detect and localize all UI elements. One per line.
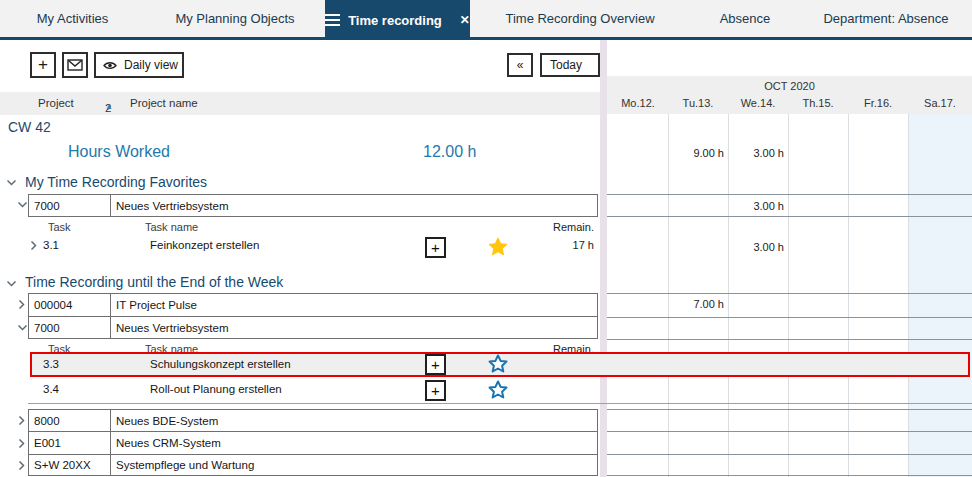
grid-hline [607,293,972,294]
task-name: Roll-out Planung erstellen [150,383,282,395]
grid-hline [607,194,972,195]
weekend-column [908,114,972,477]
tab-label: My Planning Objects [175,11,294,26]
project-code-cell[interactable]: 7000 [28,316,111,339]
add-time-entry-button[interactable]: + [425,380,446,401]
project-code-cell[interactable]: S+W 20XX [28,454,111,476]
menu-icon[interactable] [325,14,340,26]
day-header-tu: Tu.13. [668,97,728,109]
grid-hline [607,317,972,318]
project-name-cell[interactable]: IT Project Pulse [110,293,598,317]
grid-hline [607,339,972,340]
mail-button[interactable] [62,52,88,78]
sort-asc-icon: ▲ [105,102,113,111]
project-name-cell[interactable]: Neues CRM-System [110,431,598,455]
day-header-mo: Mo.12. [608,97,668,109]
favorite-star-outline-icon[interactable] [487,379,509,401]
tab-time-recording-overview[interactable]: Time Recording Overview [470,0,690,37]
project-name-cell[interactable]: Neues BDE-System [110,409,598,432]
collapse-section-icon[interactable] [6,280,17,287]
tab-label: Time recording [348,13,442,28]
tab-label: Absence [720,11,771,26]
add-time-entry-button[interactable]: + [425,354,446,375]
project-code-cell[interactable]: E001 [28,431,111,455]
grid-vline [788,114,789,477]
hours-worked-label: Hours Worked [68,143,170,161]
expand-project-icon[interactable] [18,299,25,310]
hours-worked-tu: 9.00 h [668,147,724,159]
section-title-until-eow: Time Recording until the End of the Week [25,274,283,290]
add-time-entry-button[interactable]: + [425,237,446,258]
today-button[interactable]: Today [540,53,600,77]
eye-icon [103,61,117,70]
month-label: OCT 2020 [607,80,972,92]
hours-worked-total: 12.00 h [423,143,476,161]
expand-task-icon[interactable] [30,240,37,251]
tab-label: Time Recording Overview [505,11,654,26]
day-header-th: Th.15. [788,97,848,109]
grid-vline [908,114,909,477]
task-remaining-hours: 17 h [520,239,594,251]
column-task-name: Task name [145,221,198,233]
task-id: 3.3 [43,358,59,370]
favorite-star-outline-icon[interactable] [487,353,509,375]
add-row-button[interactable]: + [30,52,56,78]
row-separator [28,403,972,404]
envelope-icon [67,59,83,71]
grid-hline [607,216,972,217]
project-day-hours: 3.00 h [728,200,784,212]
project-code-cell[interactable]: 8000 [28,409,111,432]
grid-hline [607,475,972,476]
tab-underline [0,37,972,40]
section-title-favorites: My Time Recording Favorites [25,174,207,190]
collapse-section-icon[interactable] [6,179,17,186]
tab-time-recording[interactable]: Time recording ✕ [325,0,470,40]
grid-column-header: Project 2▲ Project name [0,92,600,115]
project-name-cell[interactable]: Neues Vertriebsystem [110,316,598,339]
project-code-cell[interactable]: 000004 [28,293,111,317]
grid-vline [668,114,669,477]
tab-department-absence[interactable]: Department: Absence [800,0,972,37]
week-group-label: CW 42 [8,119,51,135]
expand-project-icon[interactable] [18,438,25,449]
view-mode-label: Daily view [124,58,178,72]
favorite-star-filled-icon[interactable] [487,236,509,258]
project-day-hours: 7.00 h [668,298,724,310]
expand-project-icon[interactable] [18,460,25,471]
grid-hline [607,454,972,455]
day-header-fr: Fr.16. [848,97,908,109]
expand-project-icon[interactable] [18,415,25,426]
tab-absence[interactable]: Absence [690,0,800,37]
collapse-project-icon[interactable] [17,324,28,331]
panel-splitter[interactable] [600,40,607,477]
tab-my-activities[interactable]: My Activities [0,0,145,37]
hours-worked-we: 3.00 h [728,147,784,159]
today-label: Today [550,58,582,72]
grid-hline [607,409,972,410]
task-day-hours: 3.00 h [728,241,784,253]
view-mode-button[interactable]: Daily view [94,52,184,78]
previous-period-button[interactable]: « [507,53,533,77]
task-id: 3.4 [43,383,59,395]
task-id: 3.1 [43,239,59,251]
close-icon[interactable]: ✕ [460,13,470,27]
tab-my-planning-objects[interactable]: My Planning Objects [145,0,325,37]
tab-label: Department: Absence [823,11,948,26]
column-project: Project [38,97,74,109]
tab-label: My Activities [37,11,109,26]
day-header-we: We.14. [728,97,788,109]
tab-bar: My Activities My Planning Objects Time r… [0,0,972,37]
time-recording-app: My Activities My Planning Objects Time r… [0,0,972,477]
project-name-cell[interactable]: Systempflege und Wartung [110,454,598,476]
grid-vline [848,114,849,477]
task-name: Schulungskonzept erstellen [150,358,291,370]
task-name: Feinkonzept erstellen [150,239,259,251]
project-code-cell[interactable]: 7000 [28,194,111,217]
column-project-name: Project name [130,97,198,109]
grid-vline [728,114,729,477]
collapse-project-icon[interactable] [17,201,28,208]
column-remain: Remain. [520,221,594,233]
column-task: Task [48,221,71,233]
day-header-sa: Sa.17. [910,97,970,109]
project-name-cell[interactable]: Neues Vertriebsystem [110,194,598,217]
